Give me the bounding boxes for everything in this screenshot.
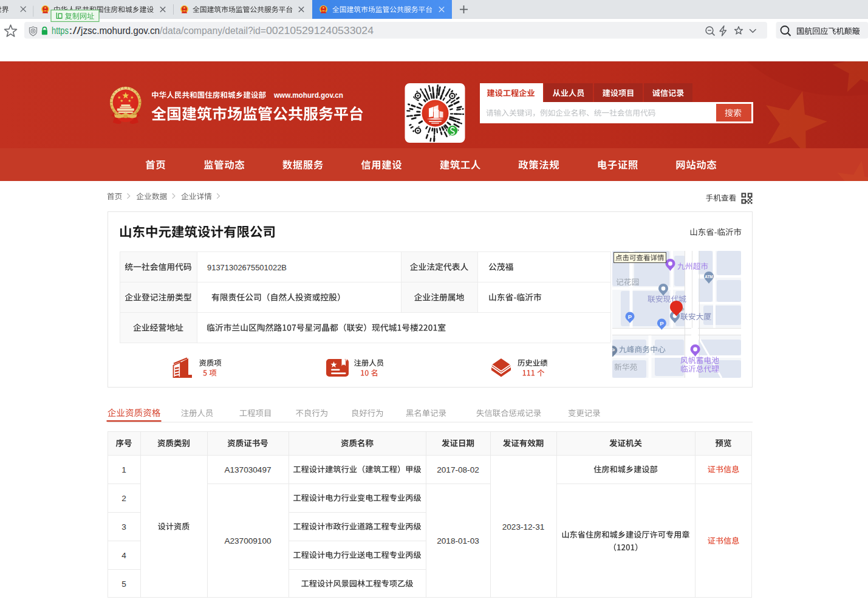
svg-text:A237009100: A237009100 — [224, 536, 272, 545]
svg-text:1: 1 — [121, 465, 126, 474]
svg-text:91371302675501022B: 91371302675501022B — [207, 263, 287, 272]
svg-text:4: 4 — [121, 551, 126, 560]
svg-text:ATM: ATM — [705, 275, 713, 279]
svg-text:P: P — [628, 313, 632, 320]
svg-text:3: 3 — [121, 522, 126, 532]
svg-text:A137030497: A137030497 — [224, 465, 271, 474]
svg-text:2017-08-02: 2017-08-02 — [437, 465, 479, 474]
svg-text:2: 2 — [121, 494, 126, 503]
svg-text:P: P — [660, 320, 664, 327]
svg-text:www.mohurd.gov.cn: www.mohurd.gov.cn — [273, 91, 343, 100]
svg-text:https://jzsc.mohurd.gov.cn/dat: https://jzsc.mohurd.gov.cn/data/company/… — [52, 26, 374, 36]
svg-text:2023-12-31: 2023-12-31 — [502, 522, 545, 532]
svg-text:5: 5 — [121, 579, 126, 589]
svg-text:2018-01-03: 2018-01-03 — [437, 536, 479, 545]
